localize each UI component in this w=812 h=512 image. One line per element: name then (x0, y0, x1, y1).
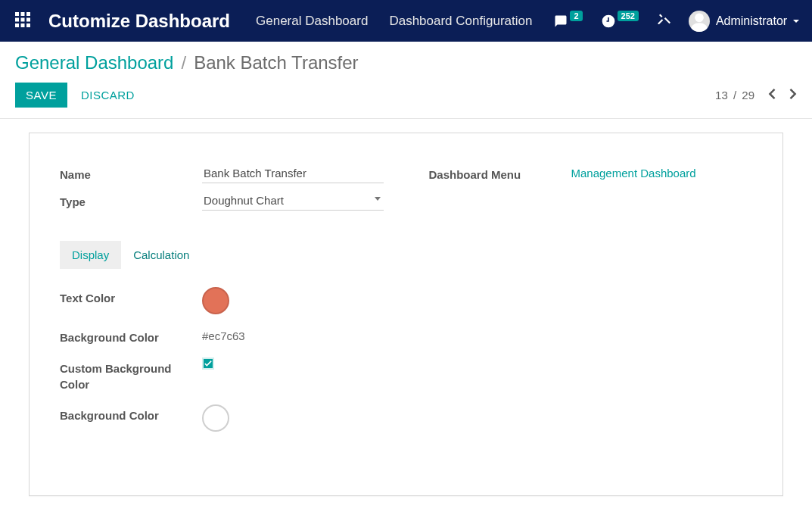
tools-icon (657, 13, 670, 27)
custom-bg-label: Custom Background Color (60, 357, 202, 392)
bg-color-label: Background Color (60, 326, 202, 345)
custom-bg-checkbox[interactable] (202, 357, 214, 370)
messages-badge: 2 (570, 11, 582, 21)
user-icon (689, 11, 710, 32)
name-input[interactable] (202, 164, 384, 183)
check-icon (204, 360, 212, 367)
debug-button[interactable] (657, 13, 670, 29)
breadcrumb-parent[interactable]: General Dashboard (15, 52, 173, 73)
apps-icon[interactable] (14, 11, 32, 31)
tab-display[interactable]: Display (60, 241, 121, 269)
bg-color-value: #ec7c63 (202, 329, 245, 342)
svg-rect-1 (21, 12, 25, 16)
user-menu[interactable]: Administrator (689, 11, 799, 32)
svg-rect-8 (26, 23, 30, 27)
pager-prev[interactable] (768, 89, 776, 101)
tab-calculation[interactable]: Calculation (121, 241, 201, 269)
dashboard-menu-link[interactable]: Management Dashboard (571, 167, 696, 180)
name-label: Name (60, 164, 202, 183)
breadcrumb: General Dashboard / Bank Batch Transfer (0, 42, 812, 78)
svg-point-9 (695, 13, 704, 22)
bg-color-swatch-label: Background Color (60, 404, 202, 423)
svg-rect-5 (26, 18, 30, 22)
pager-pos: 13 (715, 89, 728, 101)
brand-title: Cutomize Dashboard (48, 11, 230, 32)
nav-general-dashboard[interactable]: General Dashboard (256, 14, 368, 29)
svg-rect-0 (15, 12, 19, 16)
text-color-label: Text Color (60, 287, 202, 306)
discard-button[interactable]: DISCARD (81, 89, 135, 101)
form-sheet: Name Type (29, 133, 783, 496)
activities-button[interactable]: 252 (601, 14, 639, 29)
messages-button[interactable]: 2 (553, 14, 582, 28)
chevron-right-icon (789, 89, 797, 99)
user-name: Administrator (716, 14, 787, 28)
avatar (689, 11, 710, 32)
svg-rect-2 (26, 12, 30, 16)
tabs: Display Calculation (60, 241, 752, 269)
pager: 13 / 29 (715, 89, 797, 101)
text-color-swatch[interactable] (202, 287, 229, 314)
control-bar: SAVE DISCARD 13 / 29 (0, 78, 812, 119)
svg-rect-6 (15, 23, 19, 27)
breadcrumb-current: Bank Batch Transfer (194, 52, 358, 73)
svg-rect-7 (21, 23, 25, 27)
top-navbar: Cutomize Dashboard General Dashboard Das… (0, 0, 812, 42)
type-select[interactable] (202, 191, 384, 211)
activities-badge: 252 (618, 11, 639, 21)
pager-total: 29 (742, 89, 754, 101)
chevron-down-icon (793, 20, 799, 23)
chat-icon (553, 14, 568, 28)
bg-color-swatch[interactable] (202, 404, 229, 432)
type-label: Type (60, 191, 202, 210)
pager-next[interactable] (789, 89, 797, 101)
svg-rect-3 (15, 18, 19, 22)
chevron-left-icon (768, 89, 776, 99)
pager-sep: / (730, 89, 740, 101)
svg-rect-4 (21, 18, 25, 22)
save-button[interactable]: SAVE (15, 83, 67, 108)
dashboard-menu-label: Dashboard Menu (429, 164, 571, 183)
nav-dashboard-config[interactable]: Dashboard Configuration (389, 14, 532, 29)
clock-icon (601, 14, 616, 29)
breadcrumb-separator: / (181, 52, 186, 73)
